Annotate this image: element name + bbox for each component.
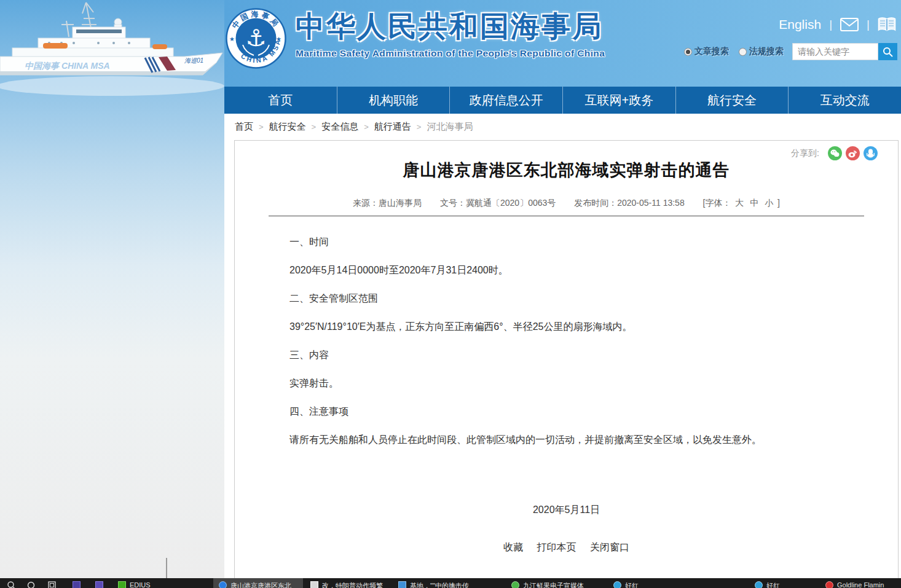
china-msa-emblem: 中国海事局 CHINA MSA ★ ★ ⚓ [226,8,286,69]
meta-docno-label: 文号： [440,198,466,208]
green-app-task[interactable]: 九江鲜果电子宣媒体 [511,581,584,588]
svg-text:中国海事 CHINA MSA: 中国海事 CHINA MSA [25,61,110,71]
red-app-task[interactable]: Goldline Flamin [825,581,884,588]
site-title-cn: 中华人民共和国海事局 [296,7,605,46]
nav-item-internet-gov[interactable]: 互联网+政务 [562,87,675,114]
task-view-icon[interactable] [48,581,56,588]
breadcrumb-nav-safety[interactable]: 航行安全 [269,121,306,133]
browser-task-active[interactable]: 唐山港京唐港区东北 [219,581,291,588]
font-size-small[interactable]: 小 [765,198,773,208]
site-title-en: Maritime Safety Administration of the Pe… [296,48,605,59]
regulation-search-radio[interactable] [739,48,747,56]
telegram-task-1[interactable]: 好红 [613,581,639,588]
article-meta: 来源：唐山海事局 文号：冀航通〔2020〕0063号 发布时间：2020-05-… [235,198,898,209]
wechat-share-icon[interactable] [828,146,842,160]
utils-separator-2: | [867,18,870,31]
magnifier-icon [883,47,893,57]
font-size-medium[interactable]: 中 [750,198,758,208]
breadcrumb-home[interactable]: 首页 [235,121,253,133]
paragraph-section-4: 四、注意事项 [289,404,861,419]
article-body: 一、时间 2020年5月14日0000时至2020年7月31日2400时。 二、… [235,235,898,447]
window-edge-artifact [166,558,167,578]
folder-task[interactable]: 基地，""中的擒击传 [398,581,469,588]
meta-source: 唐山海事局 [379,198,422,208]
utils-separator: | [829,18,832,31]
breadcrumb-separator: > [364,122,369,131]
active-task-label: 唐山港京唐港区东北 [230,581,291,588]
paragraph-time: 2020年5月14日0000时至2020年7月31日2400时。 [289,263,861,278]
meta-divider [269,216,864,216]
breadcrumb-separator: > [312,122,317,131]
telegram-task-2-label: 好红 [766,581,780,588]
paragraph-content: 实弹射击。 [289,376,861,391]
breadcrumb-separator: > [259,122,264,131]
meta-docno: 冀航通〔2020〕0063号 [466,198,556,208]
print-page-button[interactable]: 打印本页 [537,542,576,552]
article-date: 2020年5月11日 [235,504,898,517]
svg-text:⚓: ⚓ [245,25,266,51]
font-size-large[interactable]: 大 [735,198,744,208]
folder-task-label: 基地，""中的擒击传 [410,581,469,588]
nav-item-interaction[interactable]: 互动交流 [788,87,901,114]
header-utilities: English | | [779,17,896,32]
article-title: 唐山港京唐港区东北部海域实弹射击的通告 [235,159,898,181]
edius-task-label: EDIUS [130,581,151,588]
meta-font-prefix: [字体： [703,198,731,208]
qq-share-icon[interactable] [864,146,878,160]
svg-text:★: ★ [229,36,235,42]
nav-item-home[interactable]: 首页 [224,87,337,114]
nav-item-functions[interactable]: 机构职能 [337,87,450,114]
telegram-task-2[interactable]: 好红 [755,581,780,588]
green-task-label: 九江鲜果电子宣媒体 [523,581,584,588]
ship-photo-background: 中国海事 CHINA MSA 海巡01 [0,0,224,578]
meta-font-suffix: ] [777,198,780,208]
breadcrumb-separator: > [417,122,422,131]
share-label: 分享到: [791,148,819,159]
close-window-button[interactable]: 关闭窗口 [590,542,629,552]
main-nav: 首页 机构职能 政府信息公开 互联网+政务 航行安全 互动交流 [224,87,901,114]
article-container: 分享到: [234,140,899,578]
paragraph-notes: 请所有无关船舶和人员停止在此时间段、此管制区域内的一切活动，并提前撤离至安全区域… [289,433,861,447]
nav-item-gov-info[interactable]: 政府信息公开 [449,87,562,114]
site-brand: 中华人民共和国海事局 Maritime Safety Administratio… [296,7,605,59]
article-search-radio[interactable] [684,48,692,56]
article-search-radio-group: 文章搜索 法规搜索 [684,46,784,57]
search-row: 文章搜索 法规搜索 [684,43,897,60]
meta-source-label: 来源： [353,198,379,208]
favorite-button[interactable]: 收藏 [503,542,523,552]
premiere-app-icon[interactable] [73,581,81,588]
red-task-label: Goldline Flamin [837,581,884,588]
edius-app-task[interactable]: EDIUS [118,581,151,588]
share-bar: 分享到: [791,146,878,160]
breadcrumb-nav-notice[interactable]: 航行通告 [374,121,411,133]
notepad-task[interactable]: 改，特朗普动作频繁 [310,581,383,588]
meta-time: 2020-05-11 13:58 [617,198,685,208]
svg-text:海巡01: 海巡01 [184,57,203,64]
paragraph-area: 39°25′N/119°10′E为基点，正东方向至正南偏西6°、半径25公里的扇… [289,319,861,334]
english-link[interactable]: English [779,17,821,32]
breadcrumb: 首页 > 航行安全 > 安全信息 > 航行通告 > 河北海事局 [224,114,901,140]
page: 中国海事 CHINA MSA 海巡01 中国海事局 CHINA MSA [0,0,901,588]
breadcrumb-hebei-msa: 河北海事局 [427,121,473,133]
paragraph-section-3: 三、内容 [289,348,861,363]
notepad-task-label: 改，特朗普动作频繁 [322,581,383,588]
telegram-task-1-label: 好红 [625,581,639,588]
meta-time-label: 发布时间： [574,198,617,208]
article-search-label[interactable]: 文章搜索 [694,46,729,57]
paragraph-section-1: 一、时间 [289,235,861,249]
open-book-icon[interactable] [878,17,896,32]
regulation-search-label[interactable]: 法规搜索 [749,46,784,57]
windows-taskbar: EDIUS 唐山港京唐港区东北 改，特朗普动作频繁 基地，""中的擒击传 九江鲜… [0,578,901,588]
cortana-icon[interactable] [27,581,35,588]
mail-icon[interactable] [840,18,859,31]
weibo-share-icon[interactable] [846,146,860,160]
article-actions: 收藏 打印本页 关闭窗口 [235,541,898,554]
search-button[interactable] [878,43,897,60]
search-input[interactable] [792,43,878,60]
taskbar-search-icon[interactable] [7,581,15,588]
after-effects-app-icon[interactable] [95,581,103,588]
nav-item-navigation-safety[interactable]: 航行安全 [675,87,789,114]
breadcrumb-safety-info[interactable]: 安全信息 [321,121,358,133]
site-header: 中国海事局 CHINA MSA ★ ★ ⚓ 中华人民共和国海事局 Maritim… [224,0,901,87]
svg-text:★: ★ [276,36,281,42]
